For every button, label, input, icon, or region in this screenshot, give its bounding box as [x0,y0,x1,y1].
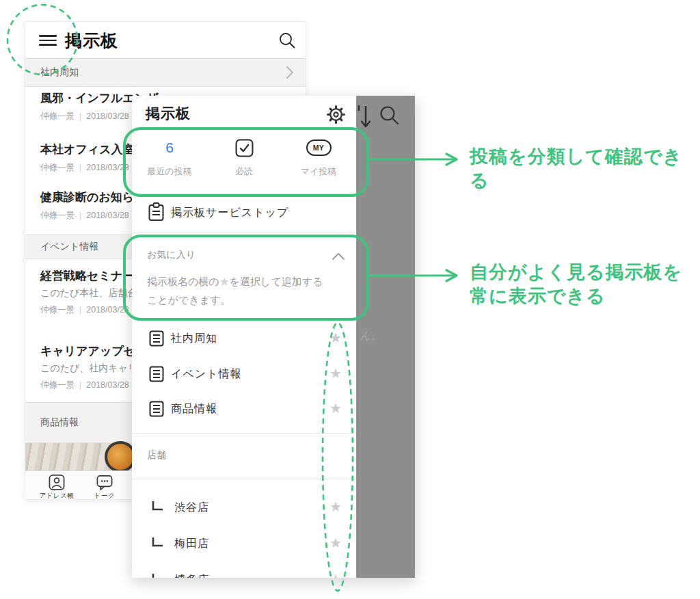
tab-recent-posts[interactable]: 6 最近の投稿 [135,135,204,178]
checkbox-check-icon [235,139,254,157]
board-icon [149,330,164,347]
section-label: 商品情報 [40,416,79,429]
star-icon[interactable]: ★ [329,330,342,346]
clipboard-icon [148,202,165,222]
annotation-arrow-head [446,154,457,165]
chevron-up-icon[interactable] [332,252,345,261]
board-row[interactable]: イベント情報 ★ [132,356,356,392]
board-row[interactable]: 商品情報 ★ [132,390,356,427]
tab-label: 必読 [210,165,278,178]
store-row[interactable]: 渋谷店 ★ [132,489,356,526]
board-icon [149,401,164,417]
app-header: 掲示板 [25,22,306,58]
annotation-note-classify: 投稿を分類して確認できる [470,145,700,193]
board-name: 社内周知 [171,332,217,346]
star-icon[interactable]: ★ [329,365,342,382]
star-icon[interactable]: ★ [329,400,342,416]
talk-icon [96,474,113,491]
gear-icon[interactable] [325,104,347,125]
hamburger-menu-icon[interactable] [39,35,57,46]
star-icon[interactable]: ★ [329,571,342,578]
drawer-title: 掲示板 [146,104,191,123]
dimmed-text-fragment: ん。 [360,329,381,343]
divider [132,479,356,479]
star-icon: ★ [219,276,230,287]
star-icon[interactable]: ★ [329,535,342,551]
board-icon [149,366,164,382]
my-badge-icon: MY [306,139,332,156]
tab-address-book[interactable]: アドレス帳 [35,474,79,500]
tab-label: トーク [83,492,126,500]
sub-level-icon [150,572,164,578]
board-service-top-link[interactable]: 掲示板サービストップ [171,206,288,220]
star-icon[interactable]: ★ [329,498,342,515]
store-row[interactable]: 博多店 ★ [132,561,356,578]
divider [132,232,356,233]
app-title: 掲示板 [65,29,118,52]
store-name: 梅田店 [174,537,209,551]
favorites-description: 掲示板名の横の★を選択して追加することができます。 [147,272,349,309]
section-label: イベント情報 [40,241,98,253]
dimmed-background-overlay: ん。 [356,96,415,578]
chevron-right-icon [285,65,295,80]
tab-talk[interactable]: トーク [83,474,126,500]
search-icon[interactable] [278,31,296,49]
page: 掲示板 社内周知 風邪・インフルエンザ 仲條一景|2018/03/28 本社オフ… [0,0,700,599]
board-name: イベント情報 [171,367,242,382]
board-name: 商品情報 [171,402,217,416]
sub-level-icon [150,500,164,512]
section-row-company-notice[interactable]: 社内周知 [25,58,306,87]
search-icon [379,105,401,127]
tab-label: 最近の投稿 [135,165,204,178]
divider [132,194,356,194]
favorites-section-title: お気に入り [147,249,196,261]
store-row[interactable]: 梅田店 ★ [132,525,356,562]
tab-label: アドレス帳 [35,492,79,500]
store-name: 博多店 [174,573,209,578]
annotation-note-favorites: 自分がよく見る掲示板を常に表示できる [470,261,682,308]
store-name: 渋谷店 [174,501,209,515]
address-book-icon [48,474,66,491]
recent-posts-count: 6 [165,139,174,156]
store-section-title: 店舗 [147,449,166,462]
tab-my-posts[interactable]: MY マイ投稿 [284,135,353,178]
divider [132,433,356,434]
sort-icon [357,103,372,131]
annotation-arrow-head [446,270,457,281]
board-row[interactable]: 社内周知 ★ [132,320,356,357]
board-drawer-panel: ん。 掲示板 6 最近の投稿 必読 [132,96,415,578]
tab-must-read[interactable]: 必読 [210,135,278,178]
tab-label: マイ投稿 [284,165,353,178]
section-label: 社内周知 [40,66,79,79]
sub-level-icon [150,536,164,548]
